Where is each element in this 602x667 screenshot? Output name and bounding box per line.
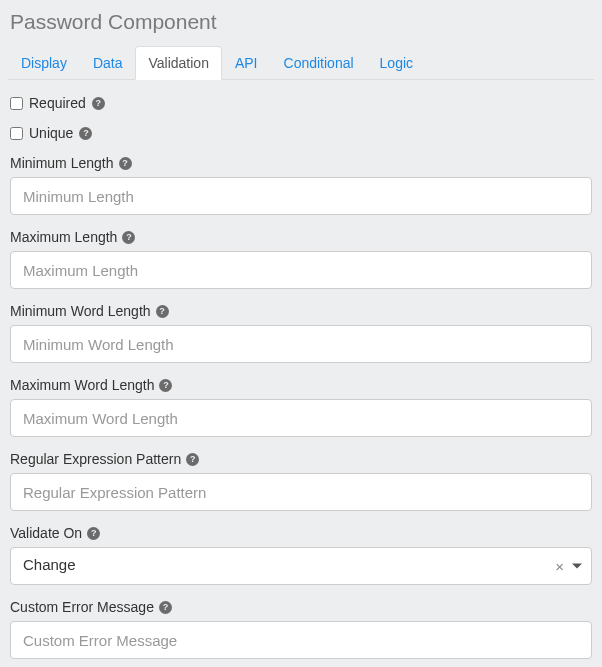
validate-on-label: Validate On	[10, 525, 82, 541]
max-length-input[interactable]	[10, 251, 592, 289]
help-icon[interactable]	[159, 601, 172, 614]
min-word-length-label: Minimum Word Length	[10, 303, 151, 319]
custom-error-input[interactable]	[10, 621, 592, 659]
validate-on-select[interactable]: Change	[10, 547, 592, 585]
tab-display[interactable]: Display	[8, 46, 80, 80]
required-checkbox[interactable]	[10, 97, 23, 110]
help-icon[interactable]	[92, 97, 105, 110]
help-icon[interactable]	[186, 453, 199, 466]
min-word-length-group: Minimum Word Length	[10, 303, 592, 363]
tab-api[interactable]: API	[222, 46, 271, 80]
help-icon[interactable]	[79, 127, 92, 140]
tab-logic[interactable]: Logic	[367, 46, 426, 80]
min-length-group: Minimum Length	[10, 155, 592, 215]
max-word-length-input[interactable]	[10, 399, 592, 437]
min-length-input[interactable]	[10, 177, 592, 215]
tab-validation[interactable]: Validation	[135, 46, 221, 80]
tab-conditional[interactable]: Conditional	[271, 46, 367, 80]
clear-icon[interactable]: ×	[555, 559, 564, 574]
unique-row: Unique	[10, 125, 592, 141]
unique-label: Unique	[29, 125, 73, 141]
regex-group: Regular Expression Pattern	[10, 451, 592, 511]
help-icon[interactable]	[119, 157, 132, 170]
max-length-label: Maximum Length	[10, 229, 117, 245]
regex-input[interactable]	[10, 473, 592, 511]
tab-data[interactable]: Data	[80, 46, 136, 80]
max-length-group: Maximum Length	[10, 229, 592, 289]
tab-bar: Display Data Validation API Conditional …	[8, 46, 594, 80]
min-length-label: Minimum Length	[10, 155, 114, 171]
max-word-length-label: Maximum Word Length	[10, 377, 154, 393]
unique-checkbox[interactable]	[10, 127, 23, 140]
help-icon[interactable]	[87, 527, 100, 540]
help-icon[interactable]	[122, 231, 135, 244]
help-icon[interactable]	[156, 305, 169, 318]
help-icon[interactable]	[159, 379, 172, 392]
max-word-length-group: Maximum Word Length	[10, 377, 592, 437]
validation-form: Required Unique Minimum Length Maximum L…	[8, 95, 594, 659]
regex-label: Regular Expression Pattern	[10, 451, 181, 467]
custom-error-label: Custom Error Message	[10, 599, 154, 615]
required-row: Required	[10, 95, 592, 111]
min-word-length-input[interactable]	[10, 325, 592, 363]
required-label: Required	[29, 95, 86, 111]
validate-on-group: Validate On Change ×	[10, 525, 592, 585]
custom-error-group: Custom Error Message	[10, 599, 592, 659]
page-title: Password Component	[8, 10, 594, 34]
